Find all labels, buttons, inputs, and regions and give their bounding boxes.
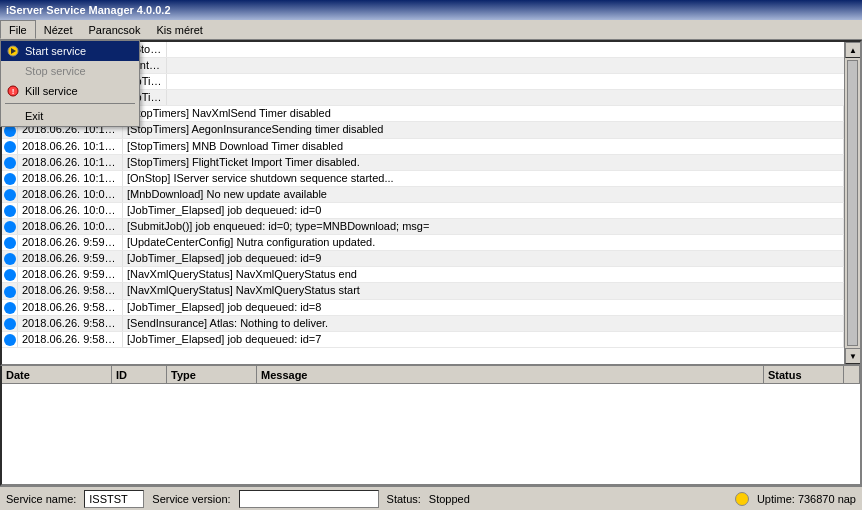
- menu-stop-service[interactable]: Stop service: [1, 61, 139, 81]
- exit-icon: [5, 108, 21, 124]
- menu-kismeret[interactable]: Kis méret: [148, 20, 210, 39]
- menu-exit[interactable]: Exit: [1, 106, 139, 126]
- info-icon: [4, 334, 16, 346]
- file-dropdown: Start service Stop service ! Kill servic…: [0, 40, 140, 127]
- status-indicator-dot: [735, 492, 749, 506]
- log-scrollbar[interactable]: ▲ ▼: [844, 42, 860, 364]
- log-row: 2018.06.26. 10:08:31 [MnbDownload] No ne…: [2, 187, 844, 203]
- col-id: ID: [112, 366, 167, 383]
- log-row: 2018.06.26. 9:59:10 [UpdateCenterConfig]…: [2, 235, 844, 251]
- log-row: 2018.06.26. 10:08:24 [SubmitJob()] job e…: [2, 219, 844, 235]
- info-icon: [4, 237, 16, 249]
- info-icon: [4, 189, 16, 201]
- log-row: 2018.06.26. 9:58:49 [SendInsurance] Atla…: [2, 316, 844, 332]
- info-icon: [4, 173, 16, 185]
- status-bar: Service name: ISSTST Service version: St…: [0, 486, 862, 510]
- service-name-value: ISSTST: [84, 490, 144, 508]
- scroll-down-button[interactable]: ▼: [845, 348, 861, 364]
- bottom-table: Date ID Type Message Status: [0, 366, 862, 486]
- uptime-label: Uptime: 736870 nap: [757, 493, 856, 505]
- col-message: Message: [257, 366, 764, 383]
- warning-icon: !: [5, 83, 21, 99]
- service-name-label: Service name:: [6, 493, 76, 505]
- log-row: 2018.06.26. 9:59:10 [JobTimer_Elapsed] j…: [2, 251, 844, 267]
- title-bar: iServer Service Manager 4.0.0.2: [0, 0, 862, 20]
- menu-separator: [5, 103, 135, 104]
- play-icon: [5, 43, 21, 59]
- info-icon: [4, 205, 16, 217]
- stop-icon: [5, 63, 21, 79]
- menu-start-service[interactable]: Start service: [1, 41, 139, 61]
- menu-bar: File Nézet Parancsok Kis méret Start ser…: [0, 20, 862, 40]
- service-version-value: [239, 490, 379, 508]
- menu-nezet[interactable]: Nézet: [36, 20, 81, 39]
- info-icon: [4, 157, 16, 169]
- col-date: Date: [2, 366, 112, 383]
- log-rows-container: 2018.06.26. 10:12:13 [StopTimers] NavXml…: [2, 106, 844, 347]
- menu-parancsok[interactable]: Parancsok: [80, 20, 148, 39]
- info-icon: [4, 253, 16, 265]
- service-version-label: Service version:: [152, 493, 230, 505]
- log-row: 2018.06.26. 10:08:30 [JobTimer_Elapsed] …: [2, 203, 844, 219]
- col-type: Type: [167, 366, 257, 383]
- info-icon: [4, 141, 16, 153]
- log-row: 2018.06.26. 10:12:13 [OnStop] IServer se…: [2, 171, 844, 187]
- window-title: iServer Service Manager 4.0.0.2: [6, 4, 171, 16]
- info-icon: [4, 302, 16, 314]
- log-row: 2018.06.26. 9:59:00 [NavXmlQueryStatus] …: [2, 267, 844, 283]
- col-scroll: [844, 366, 860, 383]
- menu-kill-service[interactable]: ! Kill service: [1, 81, 139, 101]
- scroll-up-button[interactable]: ▲: [845, 42, 861, 58]
- bottom-rows: [2, 384, 860, 484]
- info-icon: [4, 221, 16, 233]
- svg-text:!: !: [12, 87, 15, 96]
- status-label: Status:: [387, 493, 421, 505]
- col-status: Status: [764, 366, 844, 383]
- info-icon: [4, 269, 16, 281]
- log-row: 2018.06.26. 9:58:59 [JobTimer_Elapsed] j…: [2, 300, 844, 316]
- log-row: 2018.06.26. 10:12:13 [StopTimers] MNB Do…: [2, 139, 844, 155]
- info-icon: [4, 286, 16, 298]
- log-row: 2018.06.26. 9:58:59 [NavXmlQueryStatus] …: [2, 283, 844, 299]
- scroll-thumb[interactable]: [847, 60, 858, 346]
- log-row: 2018.06.26. 10:12:13 [StopTimers] Flight…: [2, 155, 844, 171]
- log-row: 2018.06.26. 9:58:49 [JobTimer_Elapsed] j…: [2, 332, 844, 348]
- info-icon: [4, 318, 16, 330]
- status-value: Stopped: [429, 493, 470, 505]
- menu-file[interactable]: File: [0, 20, 36, 39]
